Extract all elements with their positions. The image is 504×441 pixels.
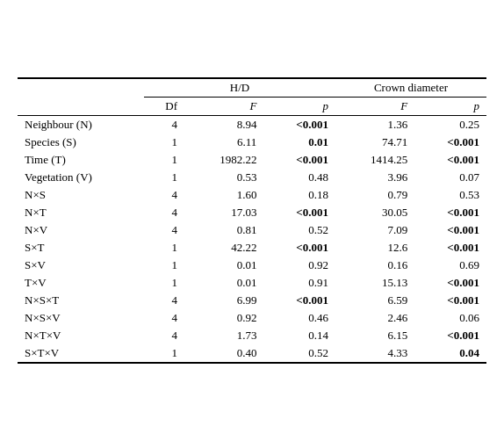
row-hd-p: 0.48: [263, 169, 335, 186]
table-row: S×V10.010.920.160.69: [18, 257, 486, 274]
row-cd-p: <0.001: [414, 151, 486, 169]
row-hd-f: 8.94: [184, 116, 263, 134]
row-cd-f: 6.15: [335, 327, 414, 344]
table-row: Species (S)16.110.0174.71<0.001: [18, 134, 486, 151]
row-hd-p: 0.01: [263, 134, 335, 151]
row-hd-p: <0.001: [263, 116, 335, 134]
row-hd-p: 0.91: [263, 274, 335, 292]
row-cd-p: 0.07: [414, 169, 486, 186]
row-hd-f: 0.53: [184, 169, 263, 186]
row-cd-f: 74.71: [335, 134, 414, 151]
row-hd-f: 0.01: [184, 257, 263, 274]
table-row: N×S×T46.99<0.0016.59<0.001: [18, 292, 486, 309]
row-hd-p: 0.92: [263, 257, 335, 274]
sub-header-empty: [18, 98, 144, 116]
table-row: N×T×V41.730.146.15<0.001: [18, 327, 486, 344]
row-hd-p: 0.18: [263, 186, 335, 204]
row-label: Vegetation (V): [18, 169, 144, 186]
row-label: Species (S): [18, 134, 144, 151]
row-label: N×T×V: [18, 327, 144, 344]
row-df: 1: [144, 151, 184, 169]
table-row: N×S×V40.920.462.460.06: [18, 309, 486, 327]
row-df: 1: [144, 344, 184, 363]
sub-header-df: Df: [144, 98, 184, 116]
row-cd-f: 30.05: [335, 204, 414, 221]
row-cd-f: 0.79: [335, 186, 414, 204]
row-hd-p: <0.001: [263, 292, 335, 309]
row-hd-p: 0.46: [263, 309, 335, 327]
sub-header-hd-f: F: [184, 98, 263, 116]
row-cd-p: <0.001: [414, 204, 486, 221]
row-label: N×S: [18, 186, 144, 204]
row-cd-p: 0.06: [414, 309, 486, 327]
row-hd-p: 0.52: [263, 344, 335, 363]
row-df: 1: [144, 274, 184, 292]
sub-header-cd-f: F: [335, 98, 414, 116]
table-row: Time (T)11982.22<0.0011414.25<0.001: [18, 151, 486, 169]
row-hd-f: 17.03: [184, 204, 263, 221]
row-hd-p: <0.001: [263, 239, 335, 257]
row-cd-f: 0.16: [335, 257, 414, 274]
row-hd-f: 6.99: [184, 292, 263, 309]
row-cd-p: <0.001: [414, 274, 486, 292]
row-label: N×S×V: [18, 309, 144, 327]
row-df: 4: [144, 309, 184, 327]
header-top-row: H/D Crown diameter: [18, 78, 486, 98]
table-row: T×V10.010.9115.13<0.001: [18, 274, 486, 292]
row-df: 1: [144, 169, 184, 186]
row-cd-f: 1414.25: [335, 151, 414, 169]
sub-header-cd-p: p: [414, 98, 486, 116]
row-hd-f: 1.60: [184, 186, 263, 204]
row-cd-p: 0.53: [414, 186, 486, 204]
row-df: 1: [144, 257, 184, 274]
row-hd-f: 6.11: [184, 134, 263, 151]
table-body: Neighbour (N)48.94<0.0011.360.25Species …: [18, 116, 486, 364]
row-label: S×T×V: [18, 344, 144, 363]
row-df: 4: [144, 186, 184, 204]
row-hd-p: <0.001: [263, 151, 335, 169]
row-cd-p: <0.001: [414, 327, 486, 344]
row-cd-p: <0.001: [414, 134, 486, 151]
row-cd-f: 2.46: [335, 309, 414, 327]
row-df: 4: [144, 221, 184, 239]
table-row: Vegetation (V)10.530.483.960.07: [18, 169, 486, 186]
sub-header-hd-p: p: [263, 98, 335, 116]
table-row: S×T×V10.400.524.330.04: [18, 344, 486, 363]
row-cd-p: <0.001: [414, 221, 486, 239]
row-hd-f: 1982.22: [184, 151, 263, 169]
row-cd-f: 4.33: [335, 344, 414, 363]
row-label: Neighbour (N): [18, 116, 144, 134]
row-cd-f: 6.59: [335, 292, 414, 309]
row-df: 4: [144, 327, 184, 344]
row-label: Time (T): [18, 151, 144, 169]
row-cd-p: <0.001: [414, 292, 486, 309]
cd-group-header: Crown diameter: [335, 78, 486, 98]
row-hd-f: 0.40: [184, 344, 263, 363]
row-hd-f: 1.73: [184, 327, 263, 344]
row-cd-p: <0.001: [414, 239, 486, 257]
row-label: N×V: [18, 221, 144, 239]
row-cd-f: 3.96: [335, 169, 414, 186]
row-cd-f: 1.36: [335, 116, 414, 134]
row-cd-p: 0.69: [414, 257, 486, 274]
row-hd-f: 0.92: [184, 309, 263, 327]
row-cd-f: 7.09: [335, 221, 414, 239]
row-label: S×V: [18, 257, 144, 274]
table-row: N×T417.03<0.00130.05<0.001: [18, 204, 486, 221]
row-df: 1: [144, 239, 184, 257]
hd-group-header: H/D: [144, 78, 335, 98]
row-df: 4: [144, 116, 184, 134]
empty-header: [18, 78, 144, 98]
row-hd-p: 0.52: [263, 221, 335, 239]
row-label: N×S×T: [18, 292, 144, 309]
table-container: H/D Crown diameter Df F p F p Neighbour …: [18, 77, 486, 364]
row-hd-f: 0.01: [184, 274, 263, 292]
row-hd-f: 42.22: [184, 239, 263, 257]
row-hd-f: 0.81: [184, 221, 263, 239]
row-df: 4: [144, 292, 184, 309]
header-sub-row: Df F p F p: [18, 98, 486, 116]
row-df: 1: [144, 134, 184, 151]
row-cd-f: 12.6: [335, 239, 414, 257]
row-cd-p: 0.25: [414, 116, 486, 134]
table-row: N×V40.810.527.09<0.001: [18, 221, 486, 239]
